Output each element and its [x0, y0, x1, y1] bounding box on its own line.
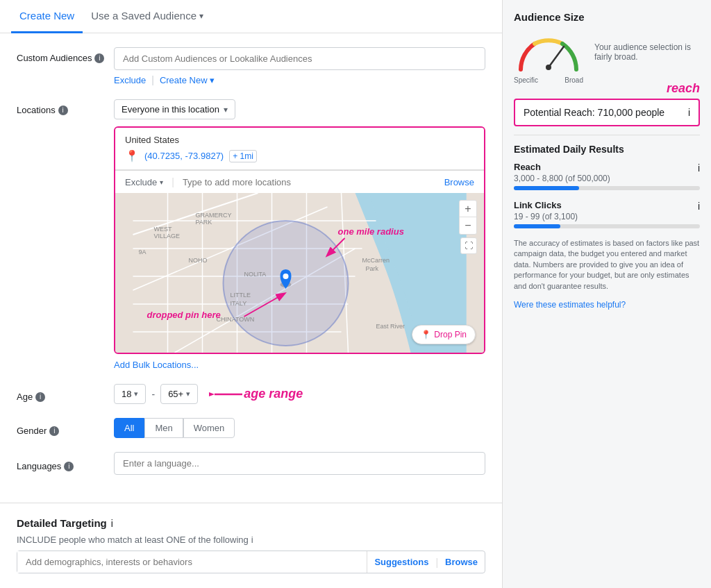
link-clicks-result-item: Link Clicks i 19 - 99 (of 3,100): [514, 200, 700, 228]
map-coordinates: (40.7235, -73.9827): [144, 151, 224, 161]
detailed-subtitle-info-icon[interactable]: i: [251, 535, 253, 545]
location-pin-icon: 📍: [125, 149, 139, 162]
location-search-input[interactable]: [183, 177, 439, 187]
reach-result-info-icon[interactable]: i: [698, 162, 700, 174]
map-zoom-controls: + −: [459, 200, 477, 235]
age-min-select[interactable]: 18: [114, 384, 146, 404]
svg-point-17: [283, 274, 289, 279]
map-radius-selector[interactable]: + 1mi: [229, 150, 257, 162]
svg-text:CHINATOWN: CHINATOWN: [217, 316, 255, 323]
custom-audiences-label: Custom Audiences i: [17, 47, 114, 63]
divider: [514, 135, 700, 135]
browse-link[interactable]: Browse: [438, 551, 485, 573]
tab-create-new[interactable]: Create New: [11, 0, 83, 33]
suggestions-link[interactable]: Suggestions: [367, 551, 435, 573]
languages-content: [114, 452, 485, 475]
languages-info-icon[interactable]: i: [64, 462, 74, 471]
map-search-row: Exclude | Browse: [115, 170, 484, 193]
gender-men-button[interactable]: Men: [144, 418, 183, 438]
svg-point-39: [546, 65, 551, 70]
svg-text:VILLAGE: VILLAGE: [154, 233, 181, 240]
age-content: 18 - 65+: [114, 384, 485, 404]
custom-audiences-info-icon[interactable]: i: [94, 53, 104, 63]
gauge-visual: Specific Broad: [514, 31, 583, 73]
gauge-container: Specific Broad Your audience selection i…: [514, 31, 700, 73]
gauge-broad-label: Broad: [564, 76, 583, 84]
custom-audiences-input[interactable]: [114, 47, 485, 70]
potential-reach-text: Potential Reach: 710,000 people: [524, 107, 664, 118]
gender-content: All Men Women: [114, 418, 485, 438]
languages-input[interactable]: [114, 452, 485, 475]
create-new-link[interactable]: Create New ▾: [160, 75, 215, 85]
svg-text:dropped pin here: dropped pin here: [147, 310, 221, 320]
map-country: United States: [125, 135, 474, 145]
map-exclude-btn[interactable]: Exclude: [125, 177, 163, 187]
languages-label: Languages i: [17, 455, 114, 471]
age-info-icon[interactable]: i: [35, 392, 45, 402]
drop-pin-button[interactable]: 📍 BrowseDrop Pin: [412, 325, 476, 344]
svg-text:WEST: WEST: [154, 226, 173, 233]
gender-buttons: All Men Women: [114, 418, 485, 438]
detailed-targeting-subtitle: INCLUDE people who match at least ONE of…: [17, 535, 485, 545]
gender-info-icon[interactable]: i: [49, 426, 59, 436]
svg-text:East River: East River: [376, 323, 405, 330]
tab-saved-audience[interactable]: Use a Saved Audience: [83, 0, 212, 33]
link-clicks-bar-fill: [514, 224, 560, 228]
reach-result-item: Reach i 3,000 - 8,800 (of 500,000): [514, 162, 700, 190]
svg-text:Park: Park: [366, 265, 379, 272]
detailed-targeting-input[interactable]: [17, 551, 367, 573]
zoom-out-button[interactable]: −: [460, 217, 476, 234]
audience-tabs: Create New Use a Saved Audience: [0, 0, 502, 33]
svg-text:one mile radius: one mile radius: [338, 226, 404, 237]
gender-all-button[interactable]: All: [114, 418, 144, 438]
gauge-description: Your audience selection is fairly broad.: [594, 42, 700, 62]
reach-bar-background: [514, 186, 700, 190]
gender-label: Gender i: [17, 420, 114, 436]
locations-content: Everyone in this location United States …: [114, 99, 485, 370]
map-pin-row: 📍 (40.7235, -73.9827) + 1mi: [125, 149, 474, 162]
age-dash: -: [151, 389, 155, 400]
map-fullscreen-button[interactable]: ⛶: [460, 237, 477, 254]
svg-text:9A: 9A: [139, 249, 147, 255]
age-arrow-icon: [209, 386, 244, 403]
detailed-targeting-input-row: Suggestions | Browse: [17, 551, 485, 573]
gauge-specific-label: Specific: [514, 76, 538, 84]
detailed-targeting-links: Suggestions | Browse: [367, 551, 485, 573]
link-clicks-result-value: 19 - 99 (of 3,100): [514, 212, 700, 221]
map-browse-btn[interactable]: Browse: [444, 177, 474, 187]
custom-audiences-content: Exclude | Create New ▾: [114, 47, 485, 85]
location-dropdown[interactable]: Everyone in this location: [114, 99, 235, 119]
bulk-locations-link[interactable]: Add Bulk Locations...: [114, 360, 199, 370]
map-pipe-separator: |: [172, 176, 174, 187]
age-row: Age i 18 - 65+: [17, 384, 485, 404]
age-annotation: age range: [209, 386, 303, 403]
zoom-in-button[interactable]: +: [460, 201, 476, 217]
link-clicks-bar-background: [514, 224, 700, 228]
drop-pin-icon: 📍: [421, 330, 431, 339]
map-header: United States 📍 (40.7235, -73.9827) + 1m…: [115, 128, 484, 170]
svg-text:McCarren: McCarren: [362, 257, 390, 264]
gender-row: Gender i All Men Women: [17, 418, 485, 438]
age-range-annotation-label: age range: [244, 387, 303, 401]
age-max-select[interactable]: 65+: [160, 384, 198, 404]
helpful-link[interactable]: Were these estimates helpful?: [514, 300, 626, 310]
age-selects: 18 - 65+: [114, 384, 198, 404]
detailed-targeting-section: Detailed Targeting i INCLUDE people who …: [0, 503, 502, 587]
svg-line-38: [549, 47, 564, 67]
potential-reach-box: Potential Reach: 710,000 people i: [514, 99, 700, 126]
potential-reach-info-icon[interactable]: i: [688, 107, 690, 118]
link-clicks-result-info-icon[interactable]: i: [698, 201, 700, 212]
svg-text:NOHO: NOHO: [189, 257, 208, 264]
reach-bar-fill: [514, 186, 579, 190]
exclude-link[interactable]: Exclude: [114, 75, 146, 85]
map-visual[interactable]: WEST VILLAGE GRAMERCY PARK NOHO NOLITA L…: [115, 193, 484, 353]
reach-result-value: 3,000 - 8,800 (of 500,000): [514, 174, 700, 183]
audience-size-title: Audience Size: [514, 11, 700, 23]
reach-annotation-label: reach: [667, 81, 700, 95]
gender-women-button[interactable]: Women: [183, 418, 235, 438]
map-container: United States 📍 (40.7235, -73.9827) + 1m…: [114, 126, 485, 354]
locations-info-icon[interactable]: i: [58, 106, 68, 115]
detailed-targeting-info-icon[interactable]: i: [111, 518, 113, 529]
age-label: Age i: [17, 386, 114, 402]
custom-audiences-row: Custom Audiences i Exclude | Create New …: [17, 47, 485, 85]
